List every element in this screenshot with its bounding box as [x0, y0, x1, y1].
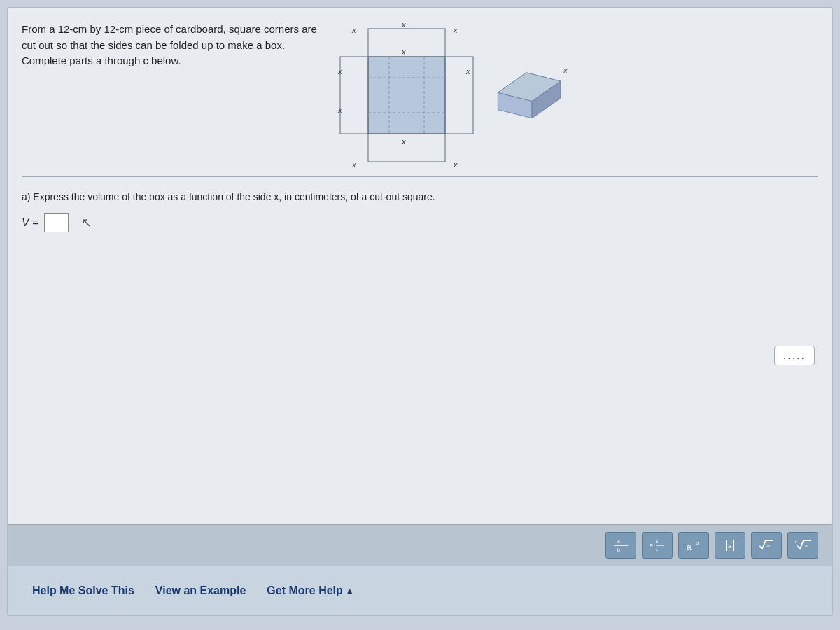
- v-equals-label: V =: [22, 216, 38, 229]
- cursor-icon: ↖: [81, 215, 92, 230]
- fraction-icon: a b: [612, 536, 630, 554]
- svg-text:a: a: [650, 542, 653, 549]
- svg-text:x: x: [337, 67, 342, 76]
- svg-text:x: x: [401, 137, 406, 146]
- chevron-up-icon: ▲: [346, 586, 354, 596]
- svg-text:x: x: [453, 26, 458, 34]
- math-toolbar: a b a b c a b a: [8, 524, 832, 566]
- svg-text:a: a: [687, 542, 692, 552]
- main-container: From a 12-cm by 12-cm piece of cardboard…: [7, 7, 833, 616]
- answer-input[interactable]: [44, 213, 69, 232]
- cardboard-svg: x x x x x x x x: [337, 22, 477, 169]
- view-example-button[interactable]: View an Example: [145, 579, 257, 603]
- diagram-area: x x x x x x x x: [337, 22, 818, 162]
- svg-text:x: x: [453, 160, 458, 169]
- question-text: a) Express the volume of the box as a fu…: [22, 191, 818, 202]
- problem-section: From a 12-cm by 12-cm piece of cardboard…: [22, 22, 818, 177]
- mixed-number-icon: a b c: [648, 536, 666, 554]
- question-section: a) Express the volume of the box as a fu…: [22, 177, 818, 239]
- sqrt-button[interactable]: a: [751, 532, 782, 559]
- dots-button[interactable]: .....: [774, 346, 815, 365]
- svg-text:b: b: [696, 540, 699, 546]
- svg-text:x: x: [401, 22, 406, 29]
- help-me-solve-button[interactable]: Help Me Solve This: [22, 579, 145, 603]
- svg-text:b: b: [617, 547, 620, 552]
- get-more-help-button[interactable]: Get More Help ▲: [256, 579, 364, 603]
- fraction-button[interactable]: a b: [606, 532, 636, 559]
- answer-row: V = ↖: [22, 213, 818, 232]
- svg-rect-3: [340, 57, 368, 134]
- content-area: From a 12-cm by 12-cm piece of cardboard…: [8, 8, 832, 524]
- svg-text:x: x: [337, 106, 342, 114]
- svg-text:a: a: [617, 539, 620, 544]
- nth-root-button[interactable]: n a: [788, 532, 818, 559]
- svg-text:a: a: [805, 543, 808, 548]
- absolute-value-button[interactable]: a: [715, 532, 746, 559]
- svg-text:x: x: [351, 26, 356, 34]
- svg-text:c: c: [656, 547, 658, 552]
- absolute-value-icon: a: [721, 536, 739, 554]
- svg-text:x: x: [465, 67, 470, 76]
- mixed-number-button[interactable]: a b c: [642, 532, 673, 559]
- svg-text:x: x: [564, 66, 568, 74]
- problem-text: From a 12-cm by 12-cm piece of cardboard…: [22, 22, 323, 69]
- box-3d-diagram: x: [484, 36, 575, 127]
- svg-text:a: a: [767, 543, 770, 548]
- svg-text:n: n: [795, 540, 797, 544]
- superscript-icon: a b: [685, 536, 703, 554]
- get-more-help-label: Get More Help: [267, 584, 342, 597]
- svg-text:x: x: [351, 160, 356, 169]
- svg-text:x: x: [401, 48, 406, 56]
- svg-rect-2: [368, 134, 445, 162]
- action-bar: Help Me Solve This View an Example Get M…: [8, 566, 832, 615]
- svg-rect-1: [368, 29, 445, 57]
- superscript-button[interactable]: a b: [678, 532, 709, 559]
- flat-cardboard-pattern: x x x x x x x x: [337, 22, 477, 162]
- svg-rect-0: [368, 57, 445, 134]
- sqrt-icon: a: [757, 536, 776, 554]
- svg-text:b: b: [656, 540, 659, 544]
- nth-root-icon: n a: [794, 536, 812, 554]
- svg-text:a: a: [728, 542, 732, 550]
- box-3d-svg: x: [484, 36, 575, 127]
